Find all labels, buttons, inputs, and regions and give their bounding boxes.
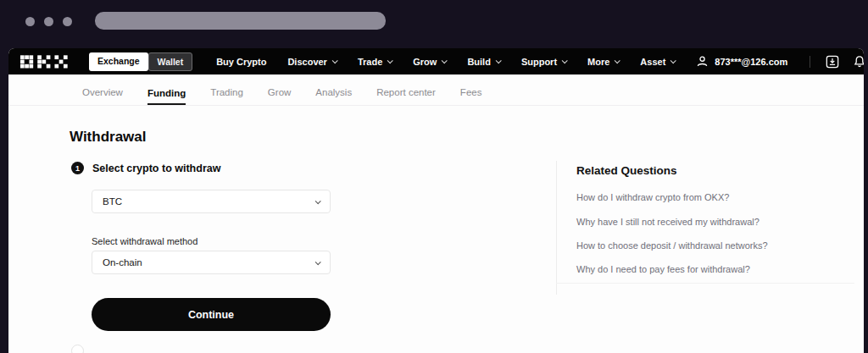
chevron-down-icon: [315, 198, 321, 204]
step-1-badge: 1: [71, 162, 84, 174]
download-icon: [826, 55, 839, 69]
window-control-dots[interactable]: [25, 17, 72, 26]
tab-trading[interactable]: Trading: [210, 87, 243, 105]
window-dot-icon[interactable]: [63, 17, 72, 26]
step-1-row: 1 Select crypto to withdraw: [71, 162, 220, 174]
tab-funding[interactable]: Funding: [147, 88, 186, 106]
withdrawal-method-label: Select withdrawal method: [92, 236, 198, 246]
header-divider: [810, 56, 810, 68]
header-right-group: Asset 873***@126.com: [640, 55, 864, 69]
nav-label: Build: [467, 57, 491, 67]
download-app-button[interactable]: [826, 55, 839, 69]
nav-label: Discover: [287, 57, 326, 67]
nav-trade[interactable]: Trade: [358, 57, 392, 67]
okx-page: Exchange Wallet Buy Crypto Discover Trad…: [8, 48, 864, 353]
bell-icon: [853, 55, 864, 69]
method-select-value: On-chain: [103, 257, 142, 268]
tab-report-center[interactable]: Report center: [376, 87, 436, 105]
account-subnav: Overview Funding Trading Grow Analysis R…: [8, 74, 864, 106]
user-icon: [696, 55, 709, 68]
related-question-link[interactable]: How to choose deposit / withdrawal netwo…: [576, 240, 768, 251]
related-question-link[interactable]: How do I withdraw crypto from OKX?: [576, 192, 729, 202]
page-title: Withdrawal: [70, 129, 147, 146]
nav-label: Buy Crypto: [216, 57, 266, 67]
nav-grow[interactable]: Grow: [413, 57, 446, 67]
nav-discover[interactable]: Discover: [287, 57, 336, 67]
tab-fees[interactable]: Fees: [460, 87, 482, 105]
chevron-down-icon: [315, 259, 321, 265]
browser-chrome: [0, 0, 868, 48]
chevron-down-icon: [496, 58, 502, 63]
exchange-wallet-toggle: Exchange Wallet: [89, 52, 192, 71]
related-question-link[interactable]: Why have I still not received my withdra…: [576, 217, 760, 227]
toggle-wallet[interactable]: Wallet: [148, 52, 193, 71]
notifications-button[interactable]: [853, 55, 864, 69]
chevron-down-icon: [562, 58, 568, 63]
nav-buy-crypto[interactable]: Buy Crypto: [216, 57, 266, 67]
crypto-select[interactable]: BTC: [92, 190, 331, 213]
address-bar[interactable]: [95, 12, 386, 30]
okx-logo[interactable]: [20, 55, 68, 69]
nav-label: Asset: [640, 57, 665, 67]
tab-grow[interactable]: Grow: [268, 87, 291, 105]
nav-label: More: [587, 57, 609, 67]
account-menu[interactable]: 873***@126.com: [696, 55, 787, 68]
continue-button[interactable]: Continue: [92, 298, 331, 331]
crypto-select-value: BTC: [103, 196, 122, 207]
nav-label: Grow: [413, 57, 437, 67]
account-email: 873***@126.com: [715, 57, 787, 67]
chevron-down-icon: [387, 58, 393, 63]
chevron-down-icon: [615, 58, 620, 63]
chevron-down-icon: [670, 58, 676, 63]
related-question-link[interactable]: Why do I need to pay fees for withdrawal…: [576, 264, 750, 274]
nav-label: Trade: [358, 57, 382, 67]
tab-analysis[interactable]: Analysis: [315, 87, 352, 105]
nav-support[interactable]: Support: [521, 57, 566, 67]
chevron-down-icon: [332, 58, 338, 63]
window-dot-icon[interactable]: [44, 17, 53, 26]
step-1-label: Select crypto to withdraw: [92, 163, 220, 174]
questions-bottom-divider: [556, 283, 854, 284]
withdrawal-method-select[interactable]: On-chain: [92, 251, 331, 274]
tab-overview[interactable]: Overview: [82, 87, 123, 105]
nav-more[interactable]: More: [587, 57, 619, 67]
nav-label: Support: [521, 57, 557, 67]
window-dot-icon[interactable]: [25, 17, 35, 26]
top-header: Exchange Wallet Buy Crypto Discover Trad…: [8, 48, 864, 74]
related-questions-title: Related Questions: [576, 164, 677, 177]
section-divider: [556, 161, 557, 295]
nav-asset[interactable]: Asset: [640, 57, 675, 67]
step-2-badge: [71, 345, 84, 353]
chevron-down-icon: [442, 58, 448, 63]
nav-build[interactable]: Build: [467, 57, 500, 67]
toggle-exchange[interactable]: Exchange: [89, 52, 148, 71]
